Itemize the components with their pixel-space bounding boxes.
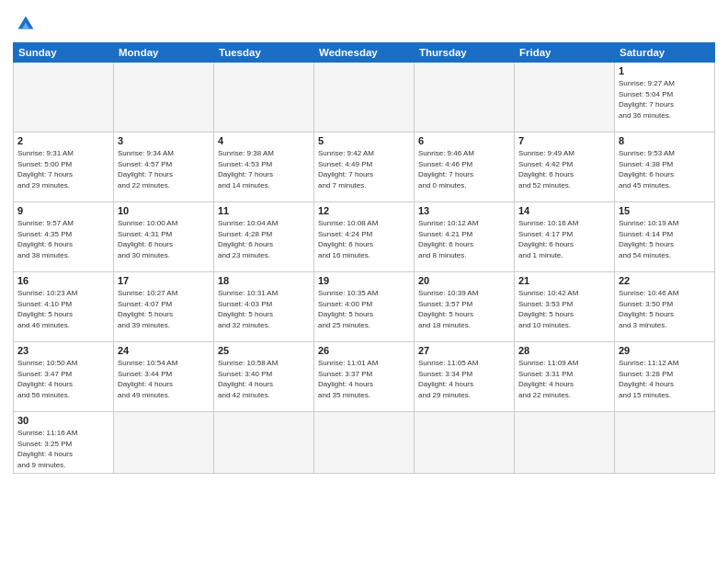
day-number: 17 — [118, 275, 210, 286]
calendar-cell: 13Sunrise: 10:12 AM Sunset: 4:21 PM Dayl… — [415, 202, 515, 272]
day-number: 2 — [17, 135, 109, 146]
calendar-cell: 19Sunrise: 10:35 AM Sunset: 4:00 PM Dayl… — [314, 272, 415, 342]
day-info: Sunrise: 10:42 AM Sunset: 3:53 PM Daylig… — [518, 288, 610, 330]
calendar-cell: 7Sunrise: 9:49 AM Sunset: 4:42 PM Daylig… — [515, 132, 615, 202]
day-info: Sunrise: 10:39 AM Sunset: 3:57 PM Daylig… — [418, 288, 510, 330]
day-info: Sunrise: 11:01 AM Sunset: 3:37 PM Daylig… — [318, 358, 410, 400]
day-number: 22 — [619, 275, 711, 286]
week-row-2: 2Sunrise: 9:31 AM Sunset: 5:00 PM Daylig… — [14, 132, 715, 202]
calendar-cell: 18Sunrise: 10:31 AM Sunset: 4:03 PM Dayl… — [214, 272, 314, 342]
logo-icon — [13, 11, 39, 37]
day-number: 28 — [518, 345, 610, 356]
calendar-cell: 12Sunrise: 10:08 AM Sunset: 4:24 PM Dayl… — [314, 202, 415, 272]
calendar-cell: 14Sunrise: 10:16 AM Sunset: 4:17 PM Dayl… — [515, 202, 615, 272]
weekday-header-saturday: Saturday — [615, 43, 715, 63]
day-number: 12 — [318, 205, 410, 216]
calendar-cell — [314, 63, 415, 132]
day-info: Sunrise: 9:53 AM Sunset: 4:38 PM Dayligh… — [619, 148, 711, 190]
calendar-cell: 5Sunrise: 9:42 AM Sunset: 4:49 PM Daylig… — [314, 132, 415, 202]
calendar-cell — [615, 412, 715, 474]
day-info: Sunrise: 9:27 AM Sunset: 5:04 PM Dayligh… — [619, 78, 711, 121]
calendar-cell: 30Sunrise: 11:16 AM Sunset: 3:25 PM Dayl… — [14, 412, 114, 474]
day-number: 11 — [218, 205, 310, 216]
day-number: 21 — [518, 275, 610, 286]
day-number: 15 — [619, 205, 711, 216]
calendar-cell — [214, 63, 314, 132]
day-info: Sunrise: 10:19 AM Sunset: 4:14 PM Daylig… — [619, 218, 711, 260]
calendar-cell — [114, 63, 214, 132]
day-info: Sunrise: 11:09 AM Sunset: 3:31 PM Daylig… — [518, 358, 610, 400]
day-number: 18 — [218, 275, 310, 286]
calendar-cell: 27Sunrise: 11:05 AM Sunset: 3:34 PM Dayl… — [415, 342, 515, 412]
calendar: SundayMondayTuesdayWednesdayThursdayFrid… — [13, 42, 715, 474]
day-number: 20 — [418, 275, 510, 286]
day-number: 13 — [418, 205, 510, 216]
day-info: Sunrise: 10:12 AM Sunset: 4:21 PM Daylig… — [418, 218, 510, 260]
day-number: 1 — [619, 65, 711, 76]
week-row-5: 23Sunrise: 10:50 AM Sunset: 3:47 PM Dayl… — [14, 342, 715, 412]
calendar-cell — [415, 412, 515, 474]
calendar-cell — [415, 63, 515, 132]
weekday-header-thursday: Thursday — [415, 43, 515, 63]
day-number: 24 — [118, 345, 210, 356]
calendar-cell — [14, 63, 114, 132]
calendar-cell: 9Sunrise: 9:57 AM Sunset: 4:35 PM Daylig… — [14, 202, 114, 272]
weekday-header-sunday: Sunday — [14, 43, 114, 63]
calendar-cell: 26Sunrise: 11:01 AM Sunset: 3:37 PM Dayl… — [314, 342, 415, 412]
weekday-header-row: SundayMondayTuesdayWednesdayThursdayFrid… — [14, 43, 715, 63]
day-info: Sunrise: 10:58 AM Sunset: 3:40 PM Daylig… — [218, 358, 310, 400]
calendar-cell — [515, 63, 615, 132]
calendar-cell — [214, 412, 314, 474]
day-info: Sunrise: 9:38 AM Sunset: 4:53 PM Dayligh… — [218, 148, 310, 190]
weekday-header-friday: Friday — [515, 43, 615, 63]
day-number: 29 — [619, 345, 711, 356]
day-number: 10 — [118, 205, 210, 216]
calendar-cell: 8Sunrise: 9:53 AM Sunset: 4:38 PM Daylig… — [615, 132, 715, 202]
week-row-3: 9Sunrise: 9:57 AM Sunset: 4:35 PM Daylig… — [14, 202, 715, 272]
calendar-cell: 21Sunrise: 10:42 AM Sunset: 3:53 PM Dayl… — [515, 272, 615, 342]
day-info: Sunrise: 10:00 AM Sunset: 4:31 PM Daylig… — [118, 218, 210, 260]
day-info: Sunrise: 10:54 AM Sunset: 3:44 PM Daylig… — [118, 358, 210, 400]
day-info: Sunrise: 10:04 AM Sunset: 4:28 PM Daylig… — [218, 218, 310, 260]
calendar-cell: 4Sunrise: 9:38 AM Sunset: 4:53 PM Daylig… — [214, 132, 314, 202]
day-number: 14 — [518, 205, 610, 216]
calendar-cell: 22Sunrise: 10:46 AM Sunset: 3:50 PM Dayl… — [615, 272, 715, 342]
day-info: Sunrise: 10:50 AM Sunset: 3:47 PM Daylig… — [17, 358, 109, 400]
calendar-cell: 20Sunrise: 10:39 AM Sunset: 3:57 PM Dayl… — [415, 272, 515, 342]
calendar-cell: 3Sunrise: 9:34 AM Sunset: 4:57 PM Daylig… — [114, 132, 214, 202]
day-info: Sunrise: 10:23 AM Sunset: 4:10 PM Daylig… — [17, 288, 109, 330]
calendar-cell — [114, 412, 214, 474]
calendar-cell: 29Sunrise: 11:12 AM Sunset: 3:28 PM Dayl… — [615, 342, 715, 412]
day-number: 9 — [17, 205, 109, 216]
calendar-cell: 11Sunrise: 10:04 AM Sunset: 4:28 PM Dayl… — [214, 202, 314, 272]
day-info: Sunrise: 10:35 AM Sunset: 4:00 PM Daylig… — [318, 288, 410, 330]
day-info: Sunrise: 9:57 AM Sunset: 4:35 PM Dayligh… — [17, 218, 109, 260]
calendar-cell: 23Sunrise: 10:50 AM Sunset: 3:47 PM Dayl… — [14, 342, 114, 412]
day-info: Sunrise: 9:49 AM Sunset: 4:42 PM Dayligh… — [518, 148, 610, 190]
day-number: 3 — [118, 135, 210, 146]
calendar-cell: 17Sunrise: 10:27 AM Sunset: 4:07 PM Dayl… — [114, 272, 214, 342]
day-number: 25 — [218, 345, 310, 356]
day-info: Sunrise: 10:46 AM Sunset: 3:50 PM Daylig… — [619, 288, 711, 330]
calendar-cell — [314, 412, 415, 474]
day-info: Sunrise: 9:31 AM Sunset: 5:00 PM Dayligh… — [17, 148, 109, 190]
calendar-cell: 15Sunrise: 10:19 AM Sunset: 4:14 PM Dayl… — [615, 202, 715, 272]
day-info: Sunrise: 10:31 AM Sunset: 4:03 PM Daylig… — [218, 288, 310, 330]
day-number: 27 — [418, 345, 510, 356]
weekday-header-wednesday: Wednesday — [314, 43, 415, 63]
day-number: 4 — [218, 135, 310, 146]
day-info: Sunrise: 9:42 AM Sunset: 4:49 PM Dayligh… — [318, 148, 410, 190]
weekday-header-monday: Monday — [114, 43, 214, 63]
calendar-cell: 2Sunrise: 9:31 AM Sunset: 5:00 PM Daylig… — [14, 132, 114, 202]
week-row-6: 30Sunrise: 11:16 AM Sunset: 3:25 PM Dayl… — [14, 412, 715, 474]
day-number: 30 — [17, 415, 109, 426]
week-row-4: 16Sunrise: 10:23 AM Sunset: 4:10 PM Dayl… — [14, 272, 715, 342]
weekday-header-tuesday: Tuesday — [214, 43, 314, 63]
calendar-cell — [515, 412, 615, 474]
calendar-cell: 6Sunrise: 9:46 AM Sunset: 4:46 PM Daylig… — [415, 132, 515, 202]
calendar-cell: 28Sunrise: 11:09 AM Sunset: 3:31 PM Dayl… — [515, 342, 615, 412]
day-info: Sunrise: 11:05 AM Sunset: 3:34 PM Daylig… — [418, 358, 510, 400]
day-info: Sunrise: 10:08 AM Sunset: 4:24 PM Daylig… — [318, 218, 410, 260]
calendar-cell: 10Sunrise: 10:00 AM Sunset: 4:31 PM Dayl… — [114, 202, 214, 272]
logo — [13, 11, 42, 37]
